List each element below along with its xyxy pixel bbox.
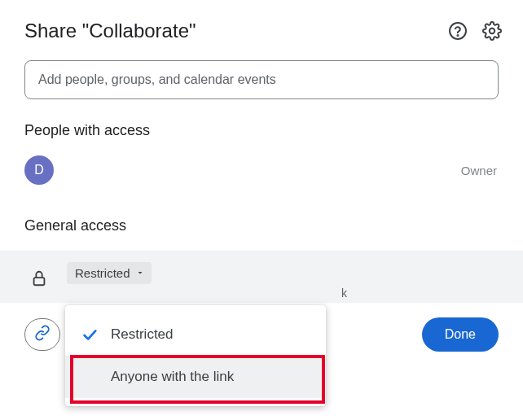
- add-people-input-wrapper[interactable]: [24, 60, 499, 99]
- menu-item-restricted[interactable]: Restricted: [65, 313, 326, 356]
- menu-item-anyone-link[interactable]: Anyone with the link: [65, 356, 326, 398]
- dialog-header: Share "Collaborate": [24, 20, 499, 42]
- check-placeholder: [80, 367, 99, 387]
- add-people-input[interactable]: [38, 72, 485, 87]
- done-button[interactable]: Done: [422, 317, 499, 352]
- truncated-text-fragment: k: [341, 287, 347, 300]
- access-level-dropdown[interactable]: Restricted: [67, 262, 152, 284]
- dialog-title: Share "Collaborate": [24, 20, 196, 42]
- svg-point-1: [457, 35, 458, 36]
- access-dropdown-menu: Restricted Anyone with the link: [65, 305, 326, 406]
- people-access-heading: People with access: [24, 122, 499, 139]
- header-actions: [448, 21, 502, 41]
- dropdown-caret-icon: [135, 266, 145, 280]
- menu-item-label: Anyone with the link: [111, 369, 234, 385]
- svg-rect-3: [34, 278, 45, 285]
- check-icon: [80, 325, 99, 344]
- svg-point-2: [490, 28, 494, 33]
- settings-icon[interactable]: [482, 21, 502, 41]
- help-icon[interactable]: [448, 21, 468, 41]
- general-access-row: Restricted k: [0, 251, 523, 303]
- role-label: Owner: [461, 164, 497, 177]
- copy-link-button[interactable]: [24, 318, 60, 351]
- link-icon: [34, 325, 51, 344]
- menu-item-label: Restricted: [111, 326, 174, 343]
- avatar: D: [24, 155, 54, 185]
- access-level-selected: Restricted: [75, 266, 130, 280]
- lock-icon: [24, 264, 54, 293]
- person-row: D Owner: [24, 155, 499, 185]
- general-access-heading: General access: [24, 217, 499, 234]
